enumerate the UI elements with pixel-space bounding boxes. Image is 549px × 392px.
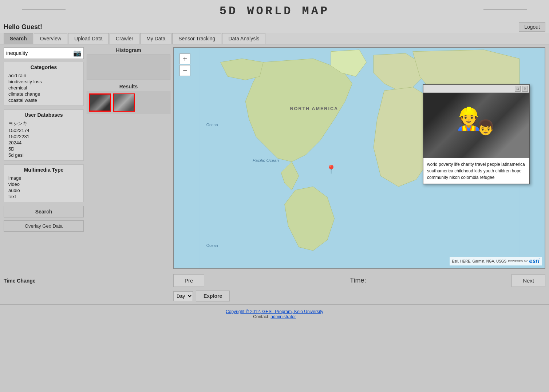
categories-title: Categories bbox=[7, 64, 80, 70]
tab-data-analysis[interactable]: Data Analysis bbox=[222, 33, 265, 44]
zoom-in-button[interactable]: + bbox=[179, 53, 190, 64]
db-item[interactable]: 5D bbox=[7, 146, 80, 152]
tab-crawler[interactable]: Crawler bbox=[110, 33, 139, 44]
category-item[interactable]: chemical bbox=[7, 85, 80, 91]
time-change-label: Time Change bbox=[4, 278, 84, 284]
popup-tags: world poverty life charity travel people… bbox=[423, 158, 529, 184]
svg-text:NORTH AMERICA: NORTH AMERICA bbox=[290, 106, 338, 111]
media-item[interactable]: video bbox=[7, 181, 80, 187]
multimedia-box: Multimedia Type image video audio text bbox=[4, 164, 84, 202]
camera-icon[interactable]: 📷 bbox=[73, 49, 81, 57]
app-title: 5D WORLD MAP bbox=[220, 4, 329, 18]
map-container[interactable]: NORTH AMERICA Pacific Ocean Ocean Ocean … bbox=[173, 47, 545, 269]
footer: Copyright © 2012, GESL Program, Keio Uni… bbox=[0, 304, 549, 324]
middle-panel: Histogram Results bbox=[87, 47, 170, 269]
search-input[interactable] bbox=[6, 50, 73, 56]
histogram-area bbox=[87, 55, 170, 80]
map-zoom-controls: + − bbox=[179, 53, 190, 77]
powered-by-text: POWERED BY bbox=[508, 260, 528, 263]
attribution-text: Esri, HERE, Garmin, NGA, USGS bbox=[452, 259, 506, 263]
results-label: Results bbox=[87, 84, 170, 89]
contact-label: Contact: bbox=[253, 314, 269, 319]
main-content: 📷 Categories acid rain biodiversity loss… bbox=[0, 44, 549, 272]
logout-button[interactable]: Logout bbox=[519, 22, 545, 32]
contact-link[interactable]: administrator bbox=[270, 314, 296, 319]
map-panel: NORTH AMERICA Pacific Ocean Ocean Ocean … bbox=[173, 47, 545, 269]
time-section: Day Explore bbox=[0, 289, 549, 304]
histogram-label: Histogram bbox=[87, 47, 170, 53]
copyright-link[interactable]: Copyright © 2012, GESL Program, Keio Uni… bbox=[226, 309, 323, 314]
header-line-right bbox=[483, 9, 527, 10]
popup-image bbox=[423, 93, 529, 158]
zoom-out-button[interactable]: − bbox=[179, 65, 190, 76]
search-box-row: 📷 bbox=[4, 47, 84, 59]
footer-copyright: Copyright © 2012, GESL Program, Keio Uni… bbox=[4, 309, 545, 314]
media-item[interactable]: image bbox=[7, 175, 80, 181]
svg-text:Pacific Ocean: Pacific Ocean bbox=[253, 158, 279, 163]
svg-text:📍: 📍 bbox=[326, 164, 337, 175]
tab-overview[interactable]: Overview bbox=[34, 33, 67, 44]
top-bar: Hello Guest! Logout bbox=[0, 21, 549, 33]
category-item[interactable]: acid rain bbox=[7, 72, 80, 79]
db-item[interactable]: 15022231 bbox=[7, 133, 80, 140]
db-item[interactable]: 15022174 bbox=[7, 127, 80, 133]
esri-logo: esri bbox=[529, 258, 540, 264]
explore-button[interactable]: Explore bbox=[196, 291, 230, 301]
tab-my-data[interactable]: My Data bbox=[140, 33, 171, 44]
header-line-left bbox=[22, 9, 66, 10]
esri-attribution: Esri, HERE, Garmin, NGA, USGS POWERED BY… bbox=[450, 257, 542, 265]
user-databases-box: User Databases ヨシンキ 15022174 15022231 20… bbox=[4, 109, 84, 161]
db-item[interactable]: 5d gesl bbox=[7, 152, 80, 158]
svg-text:Ocean: Ocean bbox=[206, 123, 218, 127]
pre-button[interactable]: Pre bbox=[173, 274, 204, 287]
db-item[interactable]: 20244 bbox=[7, 140, 80, 146]
media-item[interactable]: text bbox=[7, 193, 80, 200]
result-thumbnail[interactable] bbox=[89, 93, 111, 112]
category-item[interactable]: biodiversity loss bbox=[7, 79, 80, 85]
popup-minimize-button[interactable]: □ bbox=[515, 86, 521, 92]
day-select[interactable]: Day bbox=[173, 291, 193, 301]
multimedia-title: Multimedia Type bbox=[7, 167, 80, 173]
category-item[interactable]: coastal waste bbox=[7, 97, 80, 103]
overlay-geo-data-button[interactable]: Overlay Geo Data bbox=[4, 220, 84, 232]
tab-search[interactable]: Search bbox=[4, 33, 33, 44]
tab-upload-data[interactable]: Upload Data bbox=[68, 33, 109, 44]
result-thumbnail[interactable] bbox=[113, 93, 135, 112]
category-item[interactable]: climate change bbox=[7, 91, 80, 97]
time-display: Time: bbox=[207, 277, 509, 284]
greeting-text: Hello Guest! bbox=[4, 23, 42, 31]
db-item[interactable]: ヨシンキ bbox=[7, 120, 80, 127]
map-popup: □ ✕ world poverty life charity travel pe… bbox=[423, 84, 530, 184]
user-databases-title: User Databases bbox=[7, 112, 80, 118]
tab-sensor-tracking[interactable]: Sensor Tracking bbox=[172, 33, 221, 44]
media-item[interactable]: audio bbox=[7, 187, 80, 193]
results-thumbs bbox=[87, 91, 170, 114]
footer-contact: Contact: administrator bbox=[4, 314, 545, 319]
svg-text:Ocean: Ocean bbox=[206, 243, 218, 248]
app-header: 5D WORLD MAP bbox=[0, 0, 549, 21]
search-button[interactable]: Search bbox=[4, 206, 84, 217]
popup-close-button[interactable]: ✕ bbox=[522, 86, 528, 92]
categories-box: Categories acid rain biodiversity loss c… bbox=[4, 62, 84, 106]
next-button[interactable]: Next bbox=[512, 274, 545, 287]
popup-titlebar: □ ✕ bbox=[423, 85, 529, 93]
left-panel: 📷 Categories acid rain biodiversity loss… bbox=[4, 47, 84, 269]
nav-tabs: Search Overview Upload Data Crawler My D… bbox=[0, 33, 549, 44]
